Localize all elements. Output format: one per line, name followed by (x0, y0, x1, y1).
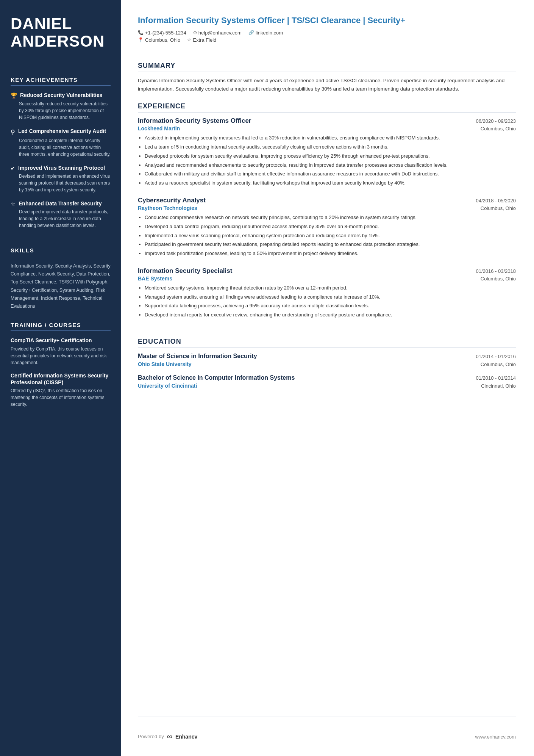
exp-bullets: Assisted in implementing security measur… (138, 134, 516, 187)
training-title: CompTIA Security+ Certification (11, 337, 111, 344)
edu-header: Bachelor of Science in Computer Informat… (138, 374, 516, 382)
phone-contact: 📞 +1-(234)-555-1234 (138, 30, 186, 36)
exp-location: Columbus, Ohio (481, 276, 516, 282)
edu-school-row: University of Cincinnati Cincinnati, Ohi… (138, 383, 516, 389)
achievement-desc: Devised and implemented an enhanced viru… (19, 173, 111, 193)
bullet-item: Acted as a resource specialist in system… (145, 179, 516, 187)
achievement-desc: Successfully reduced security vulnerabil… (19, 100, 111, 121)
email-contact: ⊙ help@enhancv.com (193, 30, 242, 36)
achievement-item: ⚲ Led Comprehensive Security Audit Coord… (11, 128, 111, 158)
education-section-title: EDUCATION (138, 338, 516, 348)
bullet-item: Improved task prioritization processes, … (145, 250, 516, 258)
enhancv-logo-icon: ∞ (167, 732, 172, 741)
achievement-desc: Developed improved data transfer protoco… (19, 208, 111, 229)
achievements-section-title: KEY ACHIEVEMENTS (11, 77, 111, 86)
brand-name: Enhancv (175, 734, 197, 740)
achievement-header: ☆ Enhanced Data Transfer Security (11, 200, 111, 207)
bullet-item: Developed a data control program, reduci… (145, 223, 516, 231)
achievement-title: Led Comprehensive Security Audit (18, 128, 106, 135)
edu-dates: 01/2010 - 01/2014 (476, 375, 516, 381)
achievement-title: Improved Virus Scanning Protocol (18, 164, 105, 171)
edu-location: Columbus, Ohio (481, 362, 516, 367)
extra-contact: ☆ Extra Field (187, 37, 216, 43)
location-icon: 📍 (138, 37, 144, 42)
edu-degree: Bachelor of Science in Computer Informat… (138, 374, 295, 382)
exp-company-row: BAE Systems Columbus, Ohio (138, 275, 516, 282)
exp-job-title: Information Security Systems Officer (138, 117, 251, 125)
exp-dates: 04/2018 - 05/2020 (476, 198, 516, 203)
website-text: www.enhancv.com (475, 734, 516, 740)
edu-school-row: Ohio State University Columbus, Ohio (138, 361, 516, 367)
bullet-item: Assisted in implementing security measur… (145, 134, 516, 142)
training-title: Certified Information Systems Security P… (11, 372, 111, 386)
footer: Powered by ∞ Enhancv www.enhancv.com (138, 717, 516, 741)
bullet-item: Supported data labeling processes, achie… (145, 302, 516, 310)
bullet-item: Conducted comprehensive research on netw… (145, 214, 516, 222)
exp-company-row: Raytheon Technologies Columbus, Ohio (138, 205, 516, 211)
bullet-item: Participated in government security test… (145, 241, 516, 249)
education-entry: Bachelor of Science in Computer Informat… (138, 374, 516, 389)
job-title: Information Security Systems Officer | T… (138, 15, 516, 26)
email-icon: ⊙ (193, 30, 197, 35)
exp-company: Lockheed Martin (138, 125, 180, 131)
main-header: Information Security Systems Officer | T… (138, 15, 516, 44)
training-desc: Provided by CompTIA, this course focuses… (11, 346, 111, 366)
edu-header: Master of Science in Information Securit… (138, 352, 516, 360)
location-value: Columbus, Ohio (145, 37, 180, 43)
footer-left: Powered by ∞ Enhancv (138, 732, 197, 741)
training-item: Certified Information Systems Security P… (11, 372, 111, 408)
star-icon: ☆ (11, 201, 16, 207)
contact-row: 📞 +1-(234)-555-1234 ⊙ help@enhancv.com 🔗… (138, 30, 516, 36)
exp-bullets: Conducted comprehensive research on netw… (138, 214, 516, 258)
star-extra-icon: ☆ (187, 37, 191, 42)
bullet-item: Collaborated with military and civilian … (145, 170, 516, 178)
achievement-desc: Coordinated a complete internal security… (19, 137, 111, 158)
phone-value: +1-(234)-555-1234 (145, 30, 186, 36)
security-icon: ⚲ (11, 128, 15, 136)
exp-job-title: Information Security Specialist (138, 267, 232, 275)
training-list: CompTIA Security+ Certification Provided… (11, 337, 111, 414)
achievement-item: 🏆 Reduced Security Vulnerabilities Succe… (11, 92, 111, 121)
exp-dates: 06/2020 - 09/2023 (476, 118, 516, 124)
education-entry: Master of Science in Information Securit… (138, 352, 516, 367)
bullet-item: Implemented a new virus scanning protoco… (145, 232, 516, 240)
bullet-item: Managed system audits, ensuring all find… (145, 293, 516, 301)
achievement-header: 🏆 Reduced Security Vulnerabilities (11, 92, 111, 99)
email-value: help@enhancv.com (198, 30, 242, 36)
sidebar: DANIEL ANDERSON KEY ACHIEVEMENTS 🏆 Reduc… (0, 0, 121, 756)
exp-company: Raytheon Technologies (138, 205, 197, 211)
achievement-header: ✔ Improved Virus Scanning Protocol (11, 164, 111, 171)
skills-section-title: SKILLS (11, 247, 111, 256)
exp-location: Columbus, Ohio (481, 126, 516, 131)
location-contact: 📍 Columbus, Ohio (138, 37, 180, 43)
exp-header: Information Security Systems Officer 06/… (138, 117, 516, 125)
achievement-item: ✔ Improved Virus Scanning Protocol Devis… (11, 164, 111, 193)
bullet-item: Monitored security systems, improving th… (145, 284, 516, 292)
exp-company: BAE Systems (138, 275, 172, 282)
footer-website: www.enhancv.com (475, 733, 516, 740)
edu-school: University of Cincinnati (138, 383, 197, 389)
exp-header: Cybersecurity Analyst 04/2018 - 05/2020 (138, 197, 516, 204)
experience-section-title: EXPERIENCE (138, 102, 516, 113)
summary-section-title: SUMMARY (138, 62, 516, 72)
exp-bullets: Monitored security systems, improving th… (138, 284, 516, 319)
skills-text: Information Security, Security Analysis,… (11, 262, 111, 311)
candidate-name: DANIEL ANDERSON (11, 15, 111, 50)
achievement-title: Enhanced Data Transfer Security (19, 200, 101, 207)
summary-text: Dynamic Information Security Systems Off… (138, 77, 516, 94)
edu-dates: 01/2014 - 01/2016 (476, 354, 516, 359)
powered-by-label: Powered by (138, 734, 164, 739)
training-desc: Offered by (ISC)², this certification fo… (11, 387, 111, 408)
resume-container: DANIEL ANDERSON KEY ACHIEVEMENTS 🏆 Reduc… (0, 0, 534, 756)
exp-job-title: Cybersecurity Analyst (138, 197, 206, 204)
extra-value: Extra Field (193, 37, 216, 43)
exp-company-row: Lockheed Martin Columbus, Ohio (138, 125, 516, 131)
achievement-item: ☆ Enhanced Data Transfer Security Develo… (11, 200, 111, 229)
achievement-title: Reduced Security Vulnerabilities (20, 92, 102, 99)
exp-dates: 01/2016 - 03/2018 (476, 268, 516, 274)
experience-entry: Information Security Systems Officer 06/… (138, 117, 516, 188)
linkedin-icon: 🔗 (248, 30, 254, 35)
edu-degree: Master of Science in Information Securit… (138, 352, 257, 360)
phone-icon: 📞 (138, 30, 144, 35)
training-section-title: TRAINING / COURSES (11, 322, 111, 331)
